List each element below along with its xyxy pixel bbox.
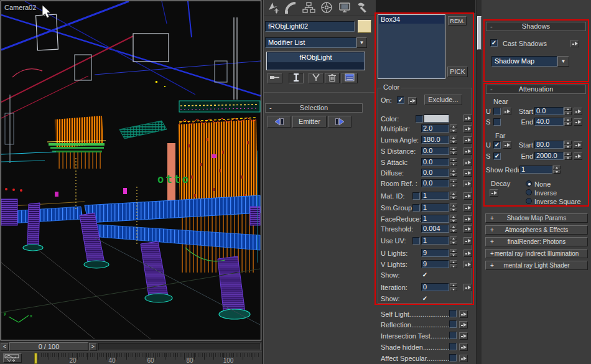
spinner[interactable] [450, 215, 457, 223]
anim-key-button[interactable] [463, 215, 472, 223]
attenuation-rollout-header[interactable]: - Attenuation [486, 85, 586, 94]
spinner[interactable] [450, 169, 457, 177]
spinner[interactable] [450, 260, 457, 268]
previous-frame-button[interactable]: < [1, 343, 9, 351]
anim-key-button[interactable] [570, 40, 579, 47]
time-slider-handle[interactable]: 0 / 100 [9, 342, 88, 351]
spinner[interactable] [450, 192, 457, 200]
rollout-mentalray-light-shader[interactable]: + mental ray Light Shader [485, 261, 588, 270]
time-slider-track[interactable] [98, 343, 261, 350]
spinner[interactable] [450, 147, 457, 155]
spinner[interactable] [564, 152, 572, 160]
anim-key-button[interactable] [463, 114, 472, 122]
flag-checkbox[interactable] [449, 343, 457, 350]
flag-checkbox[interactable] [449, 354, 457, 362]
anim-key-button[interactable] [463, 136, 472, 144]
far-u-checkbox[interactable]: ✓ [493, 141, 501, 149]
param-value-field[interactable]: 1 [421, 215, 449, 223]
param-checkbox[interactable] [412, 237, 420, 245]
spinner[interactable] [450, 225, 457, 233]
modifier-list-dropdown[interactable]: Modifier List [265, 37, 356, 48]
near-end-field[interactable]: 40.0 [534, 118, 564, 126]
spinner[interactable] [564, 141, 572, 149]
anim-key-button[interactable] [459, 343, 468, 351]
param-value-field[interactable]: 0.004 [421, 225, 449, 233]
camera-viewport[interactable]: otto [1, 1, 261, 340]
rollout-mentalray-indirect-illumination[interactable]: + mental ray Indirect Illumination [485, 249, 588, 258]
on-checkbox[interactable]: ✓ [397, 96, 404, 104]
rollout-finalrender-photons[interactable]: + finalRender: Photons [485, 237, 588, 246]
emitter-button[interactable]: Emitter [292, 116, 327, 128]
anim-key-button[interactable] [463, 284, 472, 291]
anim-key-button[interactable] [459, 321, 468, 329]
modifier-stack[interactable]: fRObjLight [266, 52, 365, 70]
spinner[interactable] [450, 236, 457, 245]
anim-key-button[interactable] [463, 169, 472, 177]
anim-key-button[interactable] [463, 180, 472, 187]
spinner[interactable] [564, 107, 572, 115]
tab-display[interactable] [338, 1, 355, 16]
param-value-field[interactable]: 9 [421, 249, 449, 257]
show-checkbox[interactable]: ✓ [421, 295, 429, 302]
param-value-field[interactable]: 9 [421, 260, 449, 268]
far-start-field[interactable]: 80.0 [534, 141, 564, 149]
anim-key-button[interactable] [574, 118, 582, 126]
pick-object-button[interactable]: PICK [447, 67, 468, 77]
flag-checkbox[interactable] [449, 320, 457, 328]
show-reduce-field[interactable]: 1 [519, 166, 552, 174]
anim-key-button[interactable] [574, 108, 582, 115]
shadow-type-dropdown[interactable]: Shadow Map [491, 56, 557, 67]
panel-scrollbar[interactable] [476, 0, 482, 364]
pin-stack-button[interactable] [268, 73, 282, 83]
anim-key-button[interactable] [463, 125, 472, 133]
track-bar[interactable]: 20 40 60 80 100 [0, 352, 262, 364]
decay-inverse-square-radio[interactable] [526, 198, 532, 204]
modifier-stack-selected-item[interactable]: fRObjLight [268, 53, 364, 62]
param-value-field[interactable]: 0.0 [421, 169, 449, 177]
modifier-list-dropdown-arrow[interactable]: ▼ [356, 37, 367, 48]
param-value-field[interactable]: 0.0 [421, 158, 449, 166]
next-sub-object-button[interactable] [328, 116, 351, 128]
selection-rollout-header[interactable]: - Selection [265, 103, 363, 113]
configure-modifier-sets-button[interactable] [342, 73, 358, 83]
anim-key-button[interactable] [574, 141, 582, 149]
rollout-atmospheres-effects[interactable]: + Atmospheres & Effects [485, 225, 588, 235]
previous-sub-object-button[interactable] [268, 116, 291, 128]
anim-key-button[interactable] [503, 108, 511, 115]
param-checkbox[interactable] [412, 204, 420, 212]
make-unique-button[interactable] [309, 73, 323, 83]
anim-key-button[interactable] [459, 332, 468, 340]
spinner[interactable] [450, 124, 457, 133]
flag-checkbox[interactable] [449, 310, 457, 317]
tab-utilities[interactable] [356, 1, 373, 16]
anim-key-button[interactable] [463, 250, 472, 257]
param-checkbox[interactable] [412, 192, 420, 200]
spinner[interactable] [450, 179, 457, 187]
spinner[interactable] [564, 118, 572, 126]
next-frame-button[interactable]: > [89, 343, 97, 351]
shadows-rollout-header[interactable]: - Shadows [486, 22, 586, 31]
anim-key-button[interactable] [463, 225, 472, 233]
list-item-selected[interactable]: Box34 [379, 16, 444, 24]
spinner[interactable] [450, 158, 457, 166]
anim-key-button[interactable] [459, 310, 468, 318]
flag-checkbox[interactable] [449, 332, 457, 339]
anim-key-button[interactable] [463, 159, 472, 166]
param-value-field[interactable]: 0.0 [421, 179, 449, 187]
show-checkbox[interactable]: ✓ [421, 271, 429, 279]
spinner[interactable] [450, 249, 457, 257]
spinner[interactable] [450, 283, 457, 291]
spinner[interactable] [450, 203, 457, 212]
anim-key-button[interactable] [463, 261, 472, 268]
cast-shadows-checkbox[interactable]: ✓ [490, 39, 498, 47]
spinner[interactable] [553, 166, 561, 174]
tab-modify[interactable] [284, 1, 300, 16]
far-s-checkbox[interactable]: ✓ [493, 152, 501, 160]
exclude-button[interactable]: Exclude... [424, 95, 462, 105]
remove-from-list-button[interactable]: REM. [448, 16, 467, 26]
tab-create[interactable] [266, 1, 282, 16]
viewport-label[interactable]: Camera02 [4, 4, 36, 11]
anim-key-button[interactable] [463, 237, 472, 245]
remove-modifier-button[interactable] [325, 73, 340, 83]
anim-key-button[interactable] [463, 147, 472, 155]
